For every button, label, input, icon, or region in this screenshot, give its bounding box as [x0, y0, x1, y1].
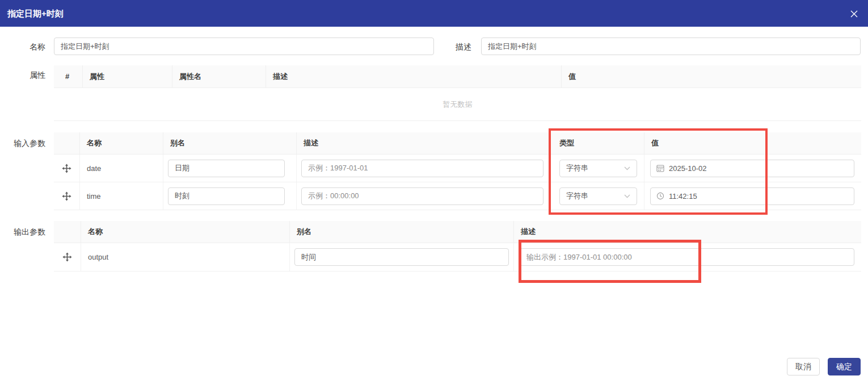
table-row: time 字符串: [54, 182, 861, 210]
col-desc: 描述: [296, 132, 550, 154]
empty-state: 暂无数据: [54, 88, 861, 121]
col-name: 名称: [81, 221, 289, 243]
param-name: output: [81, 253, 108, 261]
alias-input[interactable]: [168, 160, 285, 177]
time-picker[interactable]: 11:42:15: [650, 187, 854, 205]
col-handle: [54, 132, 79, 154]
col-type: 类型: [550, 132, 644, 154]
param-desc-input[interactable]: [301, 187, 543, 205]
alias-input[interactable]: [294, 248, 509, 266]
input-params-label: 输入参数: [0, 139, 45, 149]
col-index: #: [54, 65, 82, 87]
desc-label: 描述: [445, 42, 471, 52]
close-button[interactable]: [848, 8, 859, 19]
output-params-table: 名称 别名 描述 output: [54, 221, 861, 272]
col-alias: 别名: [163, 132, 296, 154]
table-row: date 字符串: [54, 155, 861, 182]
type-select[interactable]: 字符串: [559, 160, 637, 177]
input-params-header: 名称 别名 描述 类型 值: [54, 132, 861, 155]
clock-icon: [656, 192, 664, 200]
col-desc: 描述: [266, 65, 561, 87]
output-desc-input[interactable]: [520, 248, 854, 266]
attributes-label: 属性: [0, 70, 45, 81]
col-attr: 属性: [82, 65, 172, 87]
type-select-value: 字符串: [566, 191, 588, 201]
dialog-header: 指定日期+时刻: [0, 0, 868, 27]
type-select-value: 字符串: [566, 163, 588, 173]
cancel-button[interactable]: 取消: [787, 358, 820, 375]
param-desc-input[interactable]: [301, 160, 543, 177]
col-name: 名称: [79, 132, 163, 154]
col-desc: 描述: [513, 221, 861, 243]
attributes-table: # 属性 属性名 描述 值 暂无数据: [54, 65, 861, 121]
calendar-icon: [656, 164, 664, 172]
table-row: output: [54, 243, 861, 272]
name-input[interactable]: [54, 37, 434, 55]
date-picker-value: 2025-10-02: [669, 164, 707, 173]
drag-handle-icon[interactable]: [62, 191, 71, 201]
desc-input-top[interactable]: [481, 37, 861, 55]
close-icon: [850, 10, 858, 18]
chevron-down-icon: [624, 166, 630, 170]
date-picker[interactable]: 2025-10-02: [650, 160, 854, 177]
input-params-table: 名称 别名 描述 类型 值 date 字符串: [54, 132, 861, 210]
output-params-label: 输出参数: [0, 227, 45, 237]
param-name: time: [80, 192, 101, 201]
type-select[interactable]: 字符串: [559, 187, 637, 205]
chevron-down-icon: [624, 194, 630, 198]
name-label: 名称: [0, 42, 45, 52]
drag-handle-icon[interactable]: [62, 252, 72, 262]
alias-input[interactable]: [168, 187, 285, 205]
output-params-header: 名称 别名 描述: [54, 221, 861, 243]
col-handle: [54, 221, 81, 243]
col-value: 值: [561, 65, 861, 87]
confirm-button[interactable]: 确定: [828, 358, 861, 375]
param-name: date: [80, 164, 101, 173]
col-alias: 别名: [289, 221, 513, 243]
attributes-table-header: # 属性 属性名 描述 值: [54, 65, 861, 88]
time-picker-value: 11:42:15: [669, 192, 697, 201]
col-value: 值: [644, 132, 861, 154]
drag-handle-icon[interactable]: [62, 164, 71, 173]
col-attr-name: 属性名: [172, 65, 266, 87]
dialog-title: 指定日期+时刻: [7, 0, 64, 27]
dialog: 指定日期+时刻 名称 描述 属性 # 属性 属性名 描述 值 暂无数据 输入参数…: [0, 0, 868, 384]
